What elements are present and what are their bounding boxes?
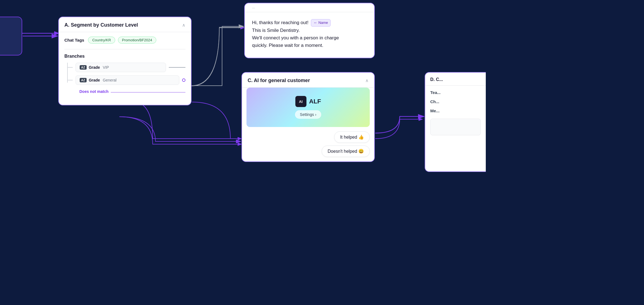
card-d-row-label-1: Ch... (430, 99, 439, 104)
message-line3: We'll connect you with a person in charg… (252, 35, 339, 40)
message-content: Hi, thanks for reaching out! ↔ Name This… (245, 12, 374, 56)
branch-item-general[interactable]: AZ Grade General (76, 75, 179, 85)
card-d-row-2: Me... (430, 108, 481, 113)
card-d-partial-item (430, 119, 481, 135)
branch-endpoint-general (182, 78, 185, 82)
card-d-row-0: Tea... (430, 90, 481, 95)
collapse-icon-c[interactable]: ∧ (365, 78, 369, 83)
card-d-body: Tea... Ch... Me... (425, 86, 486, 140)
card-d-title: D. C... (430, 77, 443, 82)
branch-value-general: General (103, 78, 117, 82)
ai-icon: AI (295, 96, 306, 107)
name-badge-icon: ↔ (313, 20, 317, 26)
card-message: ... Hi, thanks for reaching out! ↔ Name … (244, 3, 375, 58)
branch-name-general: Grade (89, 78, 100, 82)
card-segment: A. Segment by Customer Level ∧ Chat Tags… (58, 17, 192, 105)
message-line1: Hi, thanks for reaching out! (252, 20, 308, 25)
branch-item-vip[interactable]: AZ Grade VIP (76, 63, 166, 72)
card-ai: C. AI for general customer ∧ AI ALF Sett… (242, 72, 375, 162)
card-c-header: C. AI for general customer ∧ (242, 73, 374, 87)
branch-row-general: AZ Grade General (64, 75, 185, 85)
response-not-helped-text: Doesn't helped 😄 (328, 149, 364, 154)
ai-gradient-box: AI ALF Settings › (246, 88, 370, 127)
name-badge-text: Name (318, 20, 328, 26)
card-a-title: A. Segment by Customer Level (64, 22, 138, 28)
card-a-body: Chat Tags Country/KR Promotion/BF2024 Br… (59, 32, 191, 105)
does-not-match-label: Does not match (79, 89, 109, 94)
card-a-header: A. Segment by Customer Level ∧ (59, 17, 191, 32)
settings-label: Settings (300, 112, 314, 117)
card-d-row-label-0: Tea... (430, 90, 441, 95)
response-options: It helped 👍 Doesn't helped 😄 (242, 131, 374, 161)
branch-row-vip: AZ Grade VIP (64, 63, 185, 72)
name-badge: ↔ Name (311, 19, 331, 27)
ai-logo-row: AI ALF (295, 96, 321, 107)
card-d-row-label-2: Me... (430, 108, 439, 113)
response-btn-not-helped[interactable]: Doesn't helped 😄 (322, 146, 370, 157)
left-partial-card (0, 17, 22, 55)
tag-country-kr: Country/KR (88, 37, 115, 44)
tag-promotion: Promotion/BF2024 (118, 37, 156, 44)
card-d-header: D. C... (425, 73, 486, 85)
branch-value-vip: VIP (103, 65, 109, 70)
card-b-top-partial: ... (245, 3, 374, 12)
settings-button[interactable]: Settings › (295, 110, 321, 119)
card-d-row-1: Ch... (430, 99, 481, 104)
response-helped-text: It helped 👍 (340, 135, 364, 139)
branch-name-vip: Grade (89, 65, 100, 70)
branches-label: Branches (64, 54, 185, 59)
settings-chevron: › (315, 112, 316, 117)
message-line4: quickly. Please wait for a moment. (252, 43, 323, 48)
ai-name: ALF (309, 98, 321, 105)
branches-section: Branches AZ Grade VIP (64, 49, 185, 96)
collapse-icon-a[interactable]: ∧ (182, 22, 185, 28)
chat-tags-label: Chat Tags (64, 38, 84, 42)
chat-tags-row: Chat Tags Country/KR Promotion/BF2024 (64, 37, 185, 44)
az-icon-vip: AZ (80, 65, 87, 70)
message-line2: This is Smile Dentistry. (252, 28, 300, 33)
card-d-partial: D. C... Tea... Ch... Me... (425, 72, 486, 172)
ai-icon-text: AI (299, 100, 303, 104)
response-btn-helped[interactable]: It helped 👍 (334, 131, 370, 143)
card-c-title: C. AI for general customer (248, 78, 310, 83)
az-icon-general: AZ (80, 78, 87, 82)
